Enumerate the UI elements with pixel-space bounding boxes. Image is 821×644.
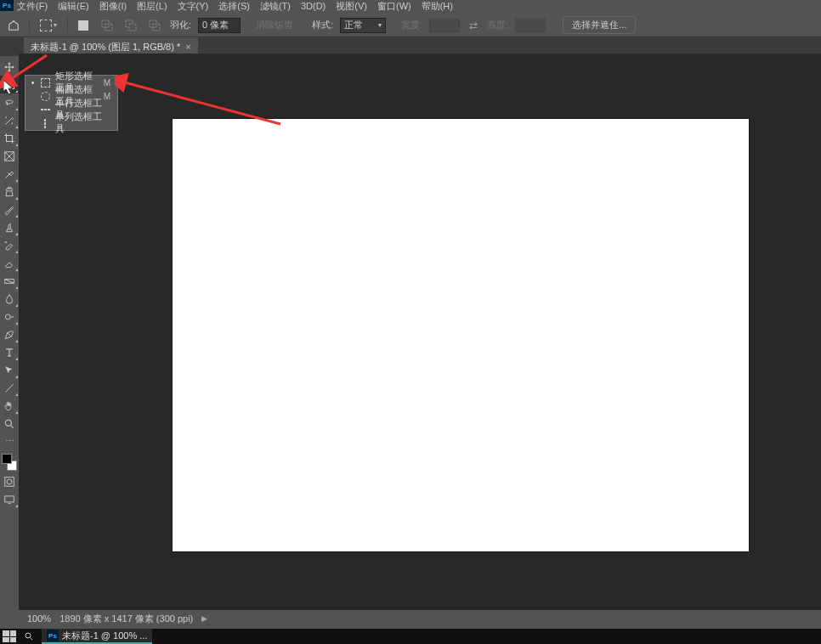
svg-rect-13 (5, 495, 14, 501)
chevron-right-icon[interactable]: ▶ (201, 614, 207, 623)
active-tool-indicator[interactable]: ▾ (37, 18, 60, 33)
intersect-selection-mode[interactable] (146, 17, 163, 34)
gradient-tool[interactable] (0, 272, 19, 290)
marquee-tool-flyout: • 矩形选框工具 M 椭圆选框工具 M 单行选框工具 单列选框工具 (25, 75, 118, 131)
menu-filter[interactable]: 滤镜(T) (258, 0, 292, 13)
active-dot-icon: • (31, 77, 35, 88)
marquee-tool[interactable] (0, 76, 19, 93)
photoshop-icon: Ps (47, 630, 59, 641)
anti-alias-checkbox: 消除锯齿 (256, 19, 293, 31)
rect-marquee-icon (40, 77, 50, 88)
svg-point-19 (25, 633, 31, 638)
menu-3d[interactable]: 3D(D) (299, 1, 327, 11)
history-brush-tool[interactable] (0, 236, 19, 254)
menu-window[interactable]: 窗口(W) (376, 0, 413, 13)
menu-help[interactable]: 帮助(H) (420, 0, 455, 13)
single-col-marquee-icon (40, 118, 50, 128)
path-select-tool[interactable] (0, 361, 19, 379)
style-select-value: 正常 (344, 19, 363, 31)
select-and-mask-button[interactable]: 选择并遮住... (563, 16, 636, 34)
lasso-tool[interactable] (0, 93, 19, 111)
crop-tool[interactable] (0, 129, 19, 147)
hand-tool[interactable] (0, 397, 19, 415)
svg-point-9 (5, 314, 10, 319)
blur-tool[interactable] (0, 290, 19, 308)
eyedropper-tool[interactable] (0, 165, 19, 183)
menu-select[interactable]: 选择(S) (217, 0, 252, 13)
menu-type[interactable]: 文字(Y) (176, 0, 211, 13)
status-bar: 100% 1890 像素 x 1417 像素 (300 ppi) ▶ (19, 612, 821, 625)
swap-dimensions-icon: ⇄ (467, 20, 480, 31)
style-label: 样式: (312, 19, 333, 31)
feather-input[interactable] (198, 18, 241, 33)
taskbar-search-icon[interactable] (21, 630, 37, 643)
windows-taskbar: Ps 未标题-1 @ 100% ... (0, 629, 821, 644)
color-swatches[interactable] (0, 450, 19, 472)
magic-wand-tool[interactable] (0, 111, 19, 129)
canvas-area (19, 54, 821, 610)
more-tools[interactable]: ⋯ (0, 432, 19, 450)
single-row-marquee-icon (40, 105, 50, 115)
height-input-disabled (515, 19, 546, 32)
chevron-down-icon: ▾ (54, 21, 57, 29)
menu-layer[interactable]: 图层(L) (135, 0, 168, 13)
flyout-shortcut: M (104, 78, 112, 88)
svg-point-12 (7, 479, 12, 484)
taskbar-app-photoshop[interactable]: Ps 未标题-1 @ 100% ... (42, 629, 152, 644)
move-tool[interactable] (0, 58, 19, 76)
eraser-tool[interactable] (0, 254, 19, 272)
subtract-selection-mode[interactable] (122, 17, 139, 34)
type-tool[interactable] (0, 343, 19, 361)
svg-rect-7 (7, 188, 13, 190)
brush-tool[interactable] (0, 201, 19, 218)
svg-point-10 (5, 420, 11, 426)
menu-view[interactable]: 视图(V) (334, 0, 369, 13)
svg-rect-11 (5, 477, 14, 486)
feather-label: 羽化: (170, 19, 191, 31)
style-select[interactable]: 正常 ▾ (340, 18, 386, 33)
foreground-color-swatch[interactable] (2, 454, 12, 464)
close-tab-icon[interactable]: × (185, 42, 190, 52)
spot-heal-tool[interactable] (0, 183, 19, 201)
document-canvas[interactable] (173, 119, 749, 551)
menu-edit[interactable]: 编辑(E) (56, 0, 91, 13)
divider (67, 18, 68, 33)
pen-tool[interactable] (0, 325, 19, 343)
flyout-label: 单列选框工具 (55, 111, 105, 135)
quick-mask-toggle[interactable] (0, 472, 19, 490)
width-label: 宽度: (401, 19, 422, 31)
zoom-level[interactable]: 100% (27, 613, 51, 624)
svg-rect-3 (129, 24, 136, 31)
frame-tool[interactable] (0, 147, 19, 165)
tool-panel: ⋯ (0, 58, 19, 508)
doc-dimensions: 1890 像素 x 1417 像素 (300 ppi) (59, 613, 193, 625)
dodge-tool[interactable] (0, 308, 19, 325)
taskbar-app-label: 未标题-1 @ 100% ... (62, 630, 147, 642)
menu-bar: 文件(F) 编辑(E) 图像(I) 图层(L) 文字(Y) 选择(S) 滤镜(T… (0, 0, 821, 12)
document-tab-title: 未标题-1 @ 100% (图层 1, RGB/8) * (31, 41, 180, 54)
clone-stamp-tool[interactable] (0, 218, 19, 236)
start-button[interactable] (3, 630, 16, 642)
width-input-disabled (429, 19, 460, 32)
chevron-down-icon: ▾ (378, 21, 382, 29)
app-icon: Ps (0, 0, 14, 11)
zoom-tool[interactable] (0, 415, 19, 432)
marquee-icon (40, 20, 52, 31)
menu-image[interactable]: 图像(I) (98, 0, 128, 13)
ellipse-marquee-icon (40, 91, 50, 101)
new-selection-mode[interactable] (75, 17, 92, 34)
add-selection-mode[interactable] (99, 17, 116, 34)
menu-file[interactable]: 文件(F) (15, 0, 49, 13)
divider (29, 18, 30, 33)
line-tool[interactable] (0, 379, 19, 397)
options-bar: ▾ 羽化: 消除锯齿 样式: 正常 ▾ 宽度: ⇄ 高度: 选择并遮住... (0, 14, 821, 37)
screen-mode-toggle[interactable] (0, 490, 19, 508)
flyout-item-single-col-marquee[interactable]: 单列选框工具 (25, 116, 117, 130)
home-button[interactable] (5, 17, 22, 34)
height-label: 高度: (487, 19, 508, 31)
